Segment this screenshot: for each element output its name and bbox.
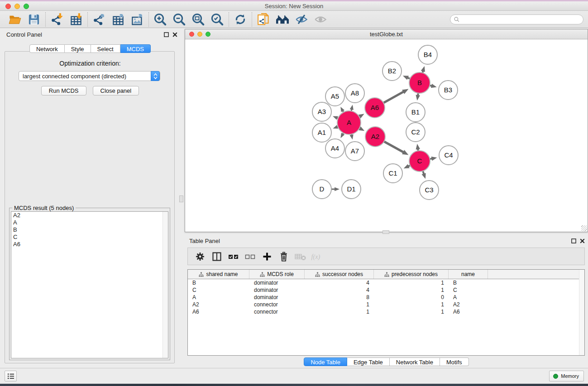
graph-node-C4[interactable]: C4: [439, 146, 458, 165]
graph-node-B[interactable]: B: [409, 72, 430, 93]
create-column-button[interactable]: [260, 250, 274, 263]
mcds-result-item[interactable]: A2: [11, 212, 168, 219]
delete-table-button[interactable]: [294, 250, 307, 263]
table-cell[interactable]: 8: [305, 294, 374, 301]
table-cell[interactable]: 1: [374, 279, 449, 286]
graph-node-C[interactable]: C: [409, 151, 430, 172]
table-cell[interactable]: 1: [374, 308, 449, 315]
mcds-result-item[interactable]: C: [11, 234, 168, 241]
zoom-in-button[interactable]: [151, 12, 170, 27]
column-layout-button[interactable]: [210, 250, 224, 263]
network-from-file-button[interactable]: [254, 12, 273, 27]
task-history-button[interactable]: [5, 371, 17, 381]
table-cell[interactable]: C: [188, 286, 249, 294]
table-cell[interactable]: A: [188, 294, 249, 301]
graph-node-A1[interactable]: A1: [312, 123, 331, 142]
window-resize-grip[interactable]: [581, 225, 587, 231]
export-table-button[interactable]: [109, 12, 128, 27]
tab-select[interactable]: Select: [91, 44, 120, 53]
criterion-dropdown[interactable]: largest connected component (directed): [19, 71, 160, 81]
graph-node-D1[interactable]: D1: [342, 180, 361, 199]
minimize-window-button[interactable]: [14, 4, 20, 9]
select-all-columns-button[interactable]: [227, 250, 240, 263]
import-table-button[interactable]: [67, 12, 86, 27]
network-minimize-button[interactable]: [197, 32, 202, 37]
list-scrollbar[interactable]: [163, 212, 168, 358]
table-cell[interactable]: dominator: [249, 286, 305, 294]
delete-column-button[interactable]: [277, 250, 291, 263]
refresh-button[interactable]: [231, 12, 250, 27]
table-row[interactable]: A6connector11A6: [188, 308, 584, 315]
zoom-selected-button[interactable]: [208, 12, 227, 27]
import-network-button[interactable]: [48, 12, 67, 27]
horizontal-split-handle[interactable]: [382, 230, 389, 234]
close-panel-icon[interactable]: [172, 31, 178, 38]
mcds-result-item[interactable]: A: [11, 219, 168, 226]
graph-node-C3[interactable]: C3: [420, 181, 439, 200]
table-cell[interactable]: dominator: [249, 279, 305, 286]
float-table-panel-icon[interactable]: [570, 238, 577, 244]
tab-node-table[interactable]: Node Table: [304, 357, 347, 366]
tab-motifs[interactable]: Motifs: [440, 357, 469, 366]
graph-node-A4[interactable]: A4: [325, 139, 344, 158]
tab-network-table[interactable]: Network Table: [390, 357, 440, 366]
mcds-result-item[interactable]: A6: [11, 241, 168, 248]
graph-node-C2[interactable]: C2: [406, 123, 425, 142]
open-session-button[interactable]: [5, 12, 24, 27]
search-box[interactable]: [450, 14, 583, 24]
table-cell[interactable]: connector: [249, 301, 305, 308]
column-header-successor-nodes[interactable]: successor nodes: [305, 270, 374, 279]
table-cell[interactable]: 4: [305, 286, 374, 294]
network-window-titlebar[interactable]: testGlobe.txt: [185, 29, 588, 39]
close-table-panel-icon[interactable]: [579, 238, 585, 244]
graph-node-D[interactable]: D: [312, 180, 331, 199]
zoom-fit-button[interactable]: [189, 12, 208, 27]
column-header-name[interactable]: name: [449, 270, 488, 279]
column-header-shared-name[interactable]: shared name: [188, 270, 249, 279]
save-session-button[interactable]: [24, 12, 43, 27]
column-header-MCDS-role[interactable]: MCDS role: [249, 270, 305, 279]
mcds-result-list[interactable]: A2ABCA6: [11, 211, 168, 358]
maximize-window-button[interactable]: [24, 4, 29, 9]
graph-node-B1[interactable]: B1: [406, 103, 425, 122]
graph-node-B3[interactable]: B3: [439, 81, 458, 100]
table-cell[interactable]: dominator: [249, 294, 305, 301]
graph-node-B2[interactable]: B2: [382, 62, 402, 81]
table-scrollbar[interactable]: [579, 270, 584, 355]
tab-style[interactable]: Style: [65, 44, 91, 53]
column-header-predecessor-nodes[interactable]: predecessor nodes: [374, 270, 449, 279]
table-cell[interactable]: A2: [188, 301, 249, 308]
table-settings-button[interactable]: [193, 250, 207, 263]
tab-network[interactable]: Network: [29, 44, 65, 53]
export-network-button[interactable]: [90, 12, 109, 27]
deselect-all-columns-button[interactable]: [244, 250, 257, 263]
close-panel-button[interactable]: Close panel: [93, 86, 139, 95]
graph-node-A2[interactable]: A2: [365, 127, 385, 147]
zoom-out-button[interactable]: [170, 12, 189, 27]
table-cell[interactable]: 1: [374, 286, 449, 294]
table-cell[interactable]: 1: [305, 301, 374, 308]
graph-node-A6[interactable]: A6: [365, 98, 385, 118]
table-cell[interactable]: 1: [374, 301, 449, 308]
table-cell[interactable]: A: [449, 294, 488, 301]
graph-node-C1[interactable]: C1: [383, 164, 402, 183]
close-window-button[interactable]: [5, 4, 11, 9]
table-row[interactable]: Cdominator41C: [188, 286, 584, 294]
network-canvas[interactable]: B4B2BB3A8A5A6A3B1AA1C2A2A4A7C4CC1DD1C3: [185, 39, 588, 232]
export-image-button[interactable]: [128, 12, 147, 27]
table-row[interactable]: Bdominator41B: [188, 279, 584, 286]
graph-node-A7[interactable]: A7: [345, 142, 364, 161]
table-row[interactable]: Adominator80A: [188, 294, 584, 301]
table-cell[interactable]: A2: [449, 301, 488, 308]
memory-button[interactable]: Memory: [549, 371, 584, 381]
function-builder-button[interactable]: f(x): [311, 250, 324, 263]
hide-panels-button[interactable]: [292, 12, 311, 27]
mcds-result-item[interactable]: B: [11, 226, 168, 234]
table-cell[interactable]: connector: [249, 308, 305, 315]
tab-mcds[interactable]: MCDS: [120, 44, 151, 53]
table-cell[interactable]: 1: [305, 308, 374, 315]
table-cell[interactable]: B: [188, 279, 249, 286]
float-panel-icon[interactable]: [163, 31, 169, 38]
graph-node-A8[interactable]: A8: [345, 84, 364, 103]
network-maximize-button[interactable]: [206, 32, 210, 37]
